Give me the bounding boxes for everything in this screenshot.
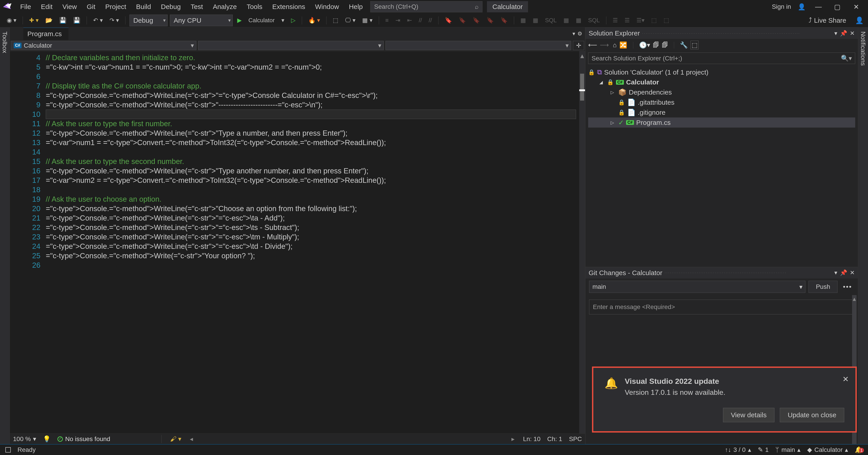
menu-file[interactable]: File bbox=[15, 2, 36, 12]
expand-icon[interactable]: ◢ bbox=[599, 80, 605, 85]
bookmark-icon[interactable]: 🔖 bbox=[442, 16, 454, 25]
panel-pin-icon[interactable]: 📌 bbox=[840, 269, 847, 276]
panel-close-icon[interactable]: ✕ bbox=[850, 269, 855, 276]
browser-icon[interactable]: 🖵 ▾ bbox=[343, 16, 358, 25]
switch-view-icon[interactable]: 🔀 bbox=[619, 41, 627, 49]
grid4-icon[interactable]: ▦ bbox=[574, 16, 584, 25]
zoom-level[interactable]: 100 % ▾ bbox=[13, 435, 36, 443]
notifications-rail[interactable]: Notifications bbox=[858, 27, 868, 444]
start-target-dropdown-icon[interactable]: ▾ bbox=[279, 16, 286, 25]
more-button[interactable]: ••• bbox=[841, 281, 854, 293]
pending-commits[interactable]: ↑↓ 3 / 0 ▴ bbox=[725, 446, 751, 453]
start-nodebug-button[interactable]: ▷ bbox=[289, 16, 298, 25]
liveshare-label[interactable]: Live Share bbox=[814, 17, 846, 24]
comment-icon[interactable]: // bbox=[416, 16, 424, 25]
preview-icon[interactable]: ⬚ bbox=[690, 41, 699, 49]
panel-menu-icon[interactable]: ▾ bbox=[834, 269, 837, 276]
hot-reload-button[interactable]: 🔥 ▾ bbox=[306, 16, 322, 25]
bookmark-all-icon[interactable]: 🔖 bbox=[498, 16, 510, 25]
expand-icon[interactable]: ▷ bbox=[611, 120, 616, 125]
line-indicator[interactable]: Ln: 10 bbox=[523, 435, 540, 443]
panel-menu-icon[interactable]: ▾ bbox=[834, 30, 837, 37]
project-status[interactable]: ◆ Calculator ▴ bbox=[807, 446, 848, 453]
branch-status[interactable]: ᛘ main ▴ bbox=[775, 446, 801, 453]
grid-icon[interactable]: ▦ bbox=[518, 16, 528, 25]
sql-icon[interactable]: SQL bbox=[543, 16, 559, 25]
file-node[interactable]: 🔒 📄 .gitattributes bbox=[588, 97, 855, 107]
open-button[interactable]: 📂 bbox=[43, 16, 55, 25]
new-item-button[interactable]: ✚ ▾ bbox=[27, 16, 41, 25]
code-content[interactable]: // Declare variables and then initialize… bbox=[46, 51, 579, 433]
account-icon[interactable]: 👤 bbox=[855, 17, 864, 24]
grid2-icon[interactable]: ▦ bbox=[530, 16, 540, 25]
grid3-icon[interactable]: ▦ bbox=[561, 16, 571, 25]
panel-close-icon[interactable]: ✕ bbox=[850, 30, 855, 37]
liveshare-icon[interactable]: ⤴ bbox=[809, 17, 812, 24]
spaces-indicator[interactable]: SPC bbox=[569, 435, 582, 443]
start-debug-button[interactable]: ▶ bbox=[235, 16, 244, 25]
properties-icon[interactable]: 🔧 bbox=[680, 41, 688, 49]
code-editor[interactable]: 4567891011121314151617181920212223242526… bbox=[10, 51, 585, 433]
file-node-active[interactable]: ▷ ✓ C# Program.cs bbox=[588, 117, 855, 127]
notifications-bell[interactable]: 🔔 bbox=[855, 446, 863, 453]
close-button[interactable]: ✕ bbox=[850, 2, 862, 11]
file-node[interactable]: 🔒 📄 .gitignore bbox=[588, 107, 855, 117]
update-on-close-button[interactable]: Update on close bbox=[780, 408, 844, 422]
sign-in-link[interactable]: Sign in bbox=[772, 3, 791, 10]
nav-fwd-icon[interactable]: ⟶ bbox=[600, 41, 609, 49]
toolbox-icon[interactable]: ⬚ bbox=[331, 16, 341, 25]
menu-extensions[interactable]: Extensions bbox=[267, 2, 310, 12]
undo-button[interactable]: ↶ ▾ bbox=[91, 16, 105, 25]
panel-pin-icon[interactable]: 📌 bbox=[840, 30, 847, 37]
sync-icon[interactable]: 🗐 bbox=[653, 41, 659, 49]
menu-analyze[interactable]: Analyze bbox=[208, 2, 242, 12]
col-indicator[interactable]: Ch: 1 bbox=[547, 435, 562, 443]
menu-help[interactable]: Help bbox=[344, 2, 368, 12]
list3-icon[interactable]: ☰▾ bbox=[634, 16, 647, 25]
minimize-button[interactable]: — bbox=[812, 2, 825, 11]
indent-icon[interactable]: ⇥ bbox=[393, 16, 403, 25]
sql2-icon[interactable]: SQL bbox=[586, 16, 602, 25]
bookmark-next-icon[interactable]: 🔖 bbox=[470, 16, 482, 25]
maximize-button[interactable]: ▢ bbox=[831, 2, 843, 11]
start-target[interactable]: Calculator bbox=[246, 16, 277, 25]
issues-status[interactable]: No issues found bbox=[57, 435, 110, 443]
method-dropdown[interactable] bbox=[385, 41, 571, 50]
save-button[interactable]: 💾 bbox=[57, 16, 69, 25]
platform-dropdown[interactable]: Any CPU bbox=[170, 15, 233, 26]
view-details-button[interactable]: View details bbox=[723, 408, 775, 422]
redo-button[interactable]: ↷ ▾ bbox=[107, 16, 121, 25]
scroll-up-icon[interactable]: ▴ bbox=[579, 51, 585, 55]
project-node[interactable]: ◢ 🔒 C# Calculator bbox=[588, 77, 855, 87]
home-icon[interactable]: ⌂ bbox=[613, 41, 617, 49]
list2-icon[interactable]: ☰ bbox=[622, 16, 632, 25]
wrap-icon[interactable]: ⬚ bbox=[649, 16, 659, 25]
solution-node[interactable]: 🔒 ⧉ Solution 'Calculator' (1 of 1 projec… bbox=[588, 67, 855, 77]
menu-build[interactable]: Build bbox=[131, 2, 156, 12]
search-box[interactable]: Search (Ctrl+Q) ⌕ bbox=[370, 1, 483, 12]
menu-debug[interactable]: Debug bbox=[156, 2, 186, 12]
format-icon[interactable]: ≡ bbox=[383, 16, 391, 25]
push-button[interactable]: Push bbox=[809, 281, 838, 293]
config-dropdown[interactable]: Debug bbox=[129, 15, 167, 26]
outdent-icon[interactable]: ⇤ bbox=[405, 16, 414, 25]
layout-icon[interactable]: ▦ ▾ bbox=[360, 16, 375, 25]
member-dropdown[interactable] bbox=[198, 41, 384, 50]
v-scrollbar[interactable]: ▴ bbox=[579, 51, 585, 433]
wrap2-icon[interactable]: ⬚ bbox=[661, 16, 672, 25]
deps-node[interactable]: ▷ 📦 Dependencies bbox=[588, 87, 855, 97]
split-icon[interactable]: ✛ bbox=[573, 41, 584, 50]
profile-icon[interactable]: 👤 bbox=[798, 3, 806, 10]
bookmark-prev-icon[interactable]: 🔖 bbox=[457, 16, 468, 25]
changes-count[interactable]: ✎ 1 bbox=[758, 446, 769, 453]
tab-settings-icon[interactable]: ⚙ bbox=[578, 31, 582, 37]
menu-project[interactable]: Project bbox=[100, 2, 131, 12]
list-icon[interactable]: ☰ bbox=[610, 16, 620, 25]
menu-git[interactable]: Git bbox=[82, 2, 100, 12]
show-all-icon[interactable]: 🗐 bbox=[662, 41, 668, 49]
toolbox-rail[interactable]: Toolbox bbox=[0, 27, 10, 444]
pending-icon[interactable]: 🕓▾ bbox=[639, 41, 650, 49]
menu-window[interactable]: Window bbox=[310, 2, 344, 12]
toast-close-button[interactable]: ✕ bbox=[842, 375, 849, 383]
expand-icon[interactable]: ▷ bbox=[611, 90, 616, 95]
